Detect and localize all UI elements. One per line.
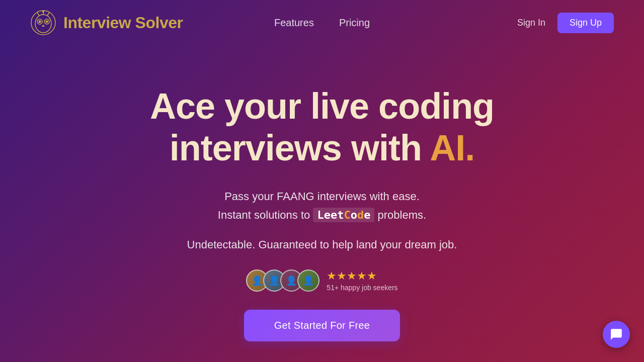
- nav-link-pricing[interactable]: Pricing: [339, 17, 370, 29]
- svg-point-10: [42, 11, 44, 13]
- avatar-group: 👤 👤 👤 👤: [246, 269, 319, 292]
- nav-links: Features Pricing: [274, 17, 370, 29]
- star-rating: ★★★★★: [327, 269, 377, 283]
- rating: ★★★★★ 51+ happy job seekers: [327, 269, 397, 292]
- chat-icon: [610, 328, 623, 341]
- chat-bubble-button[interactable]: [603, 321, 630, 348]
- logo-icon: [30, 10, 56, 36]
- svg-line-8: [47, 13, 49, 16]
- social-proof: 👤 👤 👤 👤 ★★★★★ 51+ happy job seekers: [246, 269, 397, 292]
- happy-count: 51+ happy job seekers: [327, 284, 397, 292]
- brand: Interview Solver: [30, 10, 183, 36]
- hero-section: Ace your live coding interviews with AI.…: [0, 45, 644, 341]
- sign-in-button[interactable]: Sign In: [517, 18, 545, 28]
- svg-marker-6: [42, 25, 45, 27]
- svg-line-7: [37, 13, 39, 16]
- svg-point-5: [46, 21, 48, 23]
- nav-actions: Sign In Sign Up: [517, 13, 614, 33]
- sign-up-button[interactable]: Sign Up: [557, 13, 614, 33]
- hero-subtitle: Pass your FAANG interviews with ease. In…: [218, 187, 426, 225]
- hero-guarantee: Undetectable. Guaranteed to help land yo…: [187, 238, 457, 251]
- hero-title: Ace your live coding interviews with AI.: [150, 85, 494, 169]
- navbar: Interview Solver Features Pricing Sign I…: [0, 0, 644, 45]
- avatar-4: 👤: [297, 269, 319, 292]
- nav-link-features[interactable]: Features: [274, 17, 314, 29]
- svg-point-4: [39, 21, 41, 23]
- brand-name: Interview Solver: [63, 14, 183, 32]
- svg-point-1: [35, 15, 51, 33]
- cta-button[interactable]: Get Started For Free: [244, 310, 400, 341]
